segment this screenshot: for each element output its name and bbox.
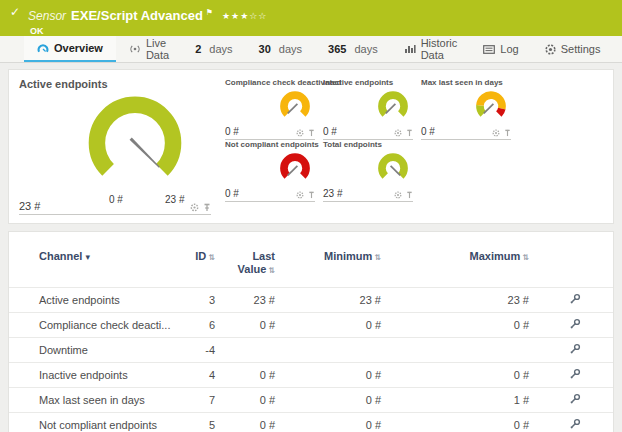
pin-icon[interactable] <box>406 129 413 137</box>
channel-minimum: 23 # <box>283 288 389 313</box>
pin-icon[interactable] <box>203 203 211 212</box>
channel-id: 4 <box>179 363 223 388</box>
column-header-maximum[interactable]: Maximum⇅ <box>389 242 537 288</box>
pin-icon[interactable] <box>308 129 315 137</box>
gear-icon[interactable] <box>394 191 402 199</box>
pin-icon[interactable] <box>406 191 413 199</box>
channel-maximum: 23 # <box>389 288 537 313</box>
gear-icon[interactable] <box>190 203 199 212</box>
gauge-current-value: 0 # <box>225 126 239 137</box>
channel-name[interactable]: Not compliant endpoints <box>9 413 179 432</box>
object-kind-label: Sensor <box>28 9 66 23</box>
prtg-sensor-page: ✓ SensorEXE/Script Advanced⚑★★★☆☆ OK Ove… <box>0 0 622 432</box>
edit-channel-icon[interactable] <box>569 318 581 330</box>
channel-name[interactable]: Compliance check deacti... <box>9 313 179 338</box>
edit-channel-icon[interactable] <box>569 343 581 355</box>
channel-id: 5 <box>179 413 223 432</box>
gauge-title: Max last seen in days <box>421 78 511 87</box>
channel-maximum: 0 # <box>389 363 537 388</box>
column-header-channel[interactable]: Channel▾ <box>9 242 179 288</box>
gear-icon[interactable] <box>296 129 304 137</box>
gauge-current-value: 0 # <box>421 126 435 137</box>
page-title: EXE/Script Advanced <box>71 8 203 23</box>
inactive-endpoints-gauge <box>376 89 410 120</box>
channel-name[interactable]: Active endpoints <box>9 288 179 313</box>
channel-last-value <box>223 338 283 363</box>
gauge-widget-compliance-check-deactivated: Compliance check deactivated 0 # <box>225 78 315 140</box>
gauge-current-value: 0 # <box>225 188 239 199</box>
bar-chart-icon <box>404 44 416 54</box>
channel-minimum <box>283 338 389 363</box>
tab-historic-data[interactable]: Historic Data <box>391 36 471 62</box>
tab-live-data[interactable]: Live Data <box>116 36 182 62</box>
sensor-title-block: SensorEXE/Script Advanced⚑★★★☆☆ OK <box>28 5 267 36</box>
channel-maximum: 1 # <box>389 388 537 413</box>
edit-channel-icon[interactable] <box>569 393 581 405</box>
gauges-panel: Active endpoints 0 # 23 # 23 # <box>8 69 614 224</box>
active-endpoints-gauge <box>83 91 187 181</box>
channel-minimum: 0 # <box>283 363 389 388</box>
sort-icon: ⇅ <box>374 253 381 262</box>
sort-desc-icon: ▾ <box>85 252 90 262</box>
channel-last-value: 0 # <box>223 313 283 338</box>
compliance-check-gauge <box>278 89 312 120</box>
tab-overview[interactable]: Overview <box>24 36 116 62</box>
gear-icon[interactable] <box>492 129 500 137</box>
tab-bar: Overview Live Data 2days 30days 365days … <box>0 36 622 63</box>
table-row[interactable]: Inactive endpoints 4 0 # 0 # 0 # <box>9 363 613 388</box>
priority-stars[interactable]: ★★★☆☆ <box>222 11 267 21</box>
gauge-widget-total-endpoints: Total endpoints 23 # <box>323 140 413 202</box>
small-gauges-grid: Compliance check deactivated 0 # <box>225 78 603 215</box>
gauge-widget-not-compliant-endpoints: Not compliant endpoints 0 # <box>225 140 315 202</box>
gear-icon[interactable] <box>394 129 402 137</box>
pin-icon[interactable] <box>504 129 511 137</box>
total-endpoints-gauge <box>376 151 410 182</box>
channel-last-value: 0 # <box>223 363 283 388</box>
sort-icon: ⇅ <box>208 253 215 262</box>
pin-icon[interactable] <box>308 191 315 199</box>
not-compliant-gauge <box>278 151 312 182</box>
channel-maximum: 0 # <box>389 413 537 432</box>
gauge-current-value: 23 # <box>19 200 40 212</box>
gauge-title: Total endpoints <box>323 140 413 149</box>
edit-channel-icon[interactable] <box>569 368 581 380</box>
gauge-current-value: 0 # <box>323 126 337 137</box>
table-header-row: Channel▾ ID⇅ Last Value⇅ Minimum⇅ Maximu… <box>9 242 613 288</box>
flag-icon[interactable]: ⚑ <box>206 8 213 17</box>
tab-2-days[interactable]: 2days <box>182 36 245 62</box>
gauge-title: Inactive endpoints <box>323 78 413 87</box>
tab-settings[interactable]: Settings <box>532 36 614 62</box>
table-row[interactable]: Active endpoints 3 23 # 23 # 23 # <box>9 288 613 313</box>
edit-channel-icon[interactable] <box>569 418 581 430</box>
gauge-needle <box>484 104 494 114</box>
column-header-actions <box>537 242 613 288</box>
channel-name[interactable]: Downtime <box>9 338 179 363</box>
status-check-icon: ✓ <box>10 5 20 36</box>
tab-365-days[interactable]: 365days <box>315 36 391 62</box>
gauge-needle <box>391 166 401 176</box>
tab-30-days[interactable]: 30days <box>246 36 316 62</box>
edit-channel-icon[interactable] <box>569 293 581 305</box>
signal-icon <box>129 44 141 54</box>
sensor-header: ✓ SensorEXE/Script Advanced⚑★★★☆☆ OK <box>0 0 622 36</box>
sort-icon: ⇅ <box>522 253 529 262</box>
gear-icon[interactable] <box>296 191 304 199</box>
table-row[interactable]: Not compliant endpoints 5 0 # 0 # 0 # <box>9 413 613 432</box>
column-header-last-value[interactable]: Last Value⇅ <box>223 242 283 288</box>
table-row[interactable]: Max last seen in days 7 0 # 0 # 1 # <box>9 388 613 413</box>
gauge-widget-active-endpoints: Active endpoints 0 # 23 # 23 # <box>19 78 211 215</box>
channels-table: Channel▾ ID⇅ Last Value⇅ Minimum⇅ Maximu… <box>9 242 613 432</box>
channel-last-value: 0 # <box>223 388 283 413</box>
channel-name[interactable]: Inactive endpoints <box>9 363 179 388</box>
table-row[interactable]: Downtime -4 <box>9 338 613 363</box>
channel-name[interactable]: Max last seen in days <box>9 388 179 413</box>
table-row[interactable]: Compliance check deacti... 6 0 # 0 # 0 # <box>9 313 613 338</box>
channel-id: 6 <box>179 313 223 338</box>
column-header-minimum[interactable]: Minimum⇅ <box>283 242 389 288</box>
gauge-needle <box>386 104 396 114</box>
channel-minimum: 0 # <box>283 313 389 338</box>
column-header-id[interactable]: ID⇅ <box>179 242 223 288</box>
tab-log[interactable]: Log <box>470 36 531 62</box>
gauge-needle <box>288 104 298 114</box>
gauge-needle <box>288 166 298 176</box>
